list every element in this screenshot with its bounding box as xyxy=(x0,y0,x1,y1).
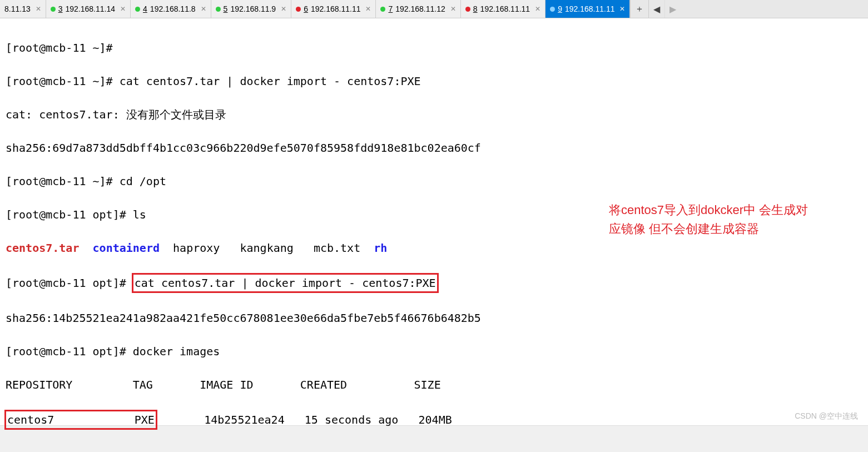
ls-dir: rh xyxy=(374,241,387,255)
tab-num: 7 xyxy=(388,4,393,13)
tab-num: 5 xyxy=(224,4,228,13)
tab-4[interactable]: 4 192.168.11.8 ✕ xyxy=(131,0,211,18)
tab-label: 8.11.13 xyxy=(4,4,31,13)
table-row-hl: centos7 PXE 14b25521ea24 15 seconds ago … xyxy=(6,410,862,430)
tab-ip: 192.168.11.9 xyxy=(230,4,276,13)
prompt-line: [root@mcb-11 ~]# xyxy=(6,39,862,56)
tab-ip: 192.168.11.8 xyxy=(150,4,196,13)
close-icon[interactable]: ✕ xyxy=(36,5,41,13)
cmd-line: [root@mcb-11 opt]# docker images xyxy=(6,343,862,360)
tab-num: 4 xyxy=(143,4,147,13)
cmd-line: [root@mcb-11 ~]# cd /opt xyxy=(6,173,862,190)
cmd-line-hl: [root@mcb-11 opt]# cat centos7.tar | doc… xyxy=(6,273,862,293)
output-line: cat: centos7.tar: 没有那个文件或目录 xyxy=(6,106,862,123)
tab-bar: 8.11.13 ✕ 3 192.168.11.14 ✕ 4 192.168.11… xyxy=(0,0,868,18)
close-icon[interactable]: ✕ xyxy=(535,5,540,13)
terminal-pane[interactable]: [root@mcb-11 ~]# [root@mcb-11 ~]# cat ce… xyxy=(0,18,868,425)
scroll-right-button[interactable]: ▶ xyxy=(664,0,681,18)
row-rest: 14b25521ea24 15 seconds ago 204MB xyxy=(157,413,452,426)
tab-num: 3 xyxy=(58,4,63,13)
tab-partial[interactable]: 8.11.13 ✕ xyxy=(0,0,46,18)
highlight-box: cat centos7.tar | docker import - centos… xyxy=(132,273,439,293)
watermark: CSDN @空中连线 xyxy=(795,410,858,422)
ls-file: centos7.tar xyxy=(6,241,79,255)
close-icon[interactable]: ✕ xyxy=(281,5,286,13)
status-dot-icon xyxy=(380,7,385,12)
ls-plain: haproxy kangkang mcb.txt xyxy=(160,241,374,255)
output-line: sha256:14b25521ea241a982aa421fe50cc67808… xyxy=(6,310,862,326)
close-icon[interactable]: ✕ xyxy=(619,5,625,13)
tab-num: 6 xyxy=(304,4,308,13)
tab-6[interactable]: 6 192.168.11.11 ✕ xyxy=(291,0,376,18)
tab-7[interactable]: 7 192.168.11.12 ✕ xyxy=(376,0,460,18)
prompt: [root@mcb-11 opt]# xyxy=(6,276,133,290)
table-header: REPOSITORY TAG IMAGE ID CREATED SIZE xyxy=(6,376,862,393)
highlight-box: centos7 PXE xyxy=(4,410,157,430)
tab-ip: 192.168.11.14 xyxy=(66,4,116,13)
status-dot-icon xyxy=(51,7,56,12)
close-icon[interactable]: ✕ xyxy=(365,5,371,13)
scroll-left-button[interactable]: ◀ xyxy=(648,0,664,18)
status-dot-icon xyxy=(296,7,301,12)
tab-num: 8 xyxy=(473,4,478,13)
tab-ip: 192.168.11.11 xyxy=(311,4,361,13)
status-dot-icon xyxy=(550,7,555,12)
tab-ip: 192.168.11.11 xyxy=(480,4,530,13)
tab-9-active[interactable]: 9 192.168.11.11 ✕ xyxy=(545,0,630,18)
tab-3[interactable]: 3 192.168.11.14 ✕ xyxy=(46,0,131,18)
ls-dir: containerd xyxy=(93,241,160,255)
cmd-line: [root@mcb-11 ~]# cat centos7.tar | docke… xyxy=(6,73,862,90)
tab-ip: 192.168.11.11 xyxy=(565,4,615,13)
annotation-text: 将centos7导入到dokcker中 会生成对应镜像 但不会创建生成容器 xyxy=(609,201,815,239)
new-tab-button[interactable]: ＋ xyxy=(630,0,648,18)
close-icon[interactable]: ✕ xyxy=(120,5,126,13)
ls-output: centos7.tar containerd haproxy kangkang … xyxy=(6,240,862,256)
tab-ip: 192.168.11.12 xyxy=(395,4,445,13)
status-dot-icon xyxy=(135,7,140,12)
output-line: sha256:69d7a873dd5dbff4b1cc03c966b220d9e… xyxy=(6,140,862,156)
close-icon[interactable]: ✕ xyxy=(201,5,206,13)
tab-5[interactable]: 5 192.168.11.9 ✕ xyxy=(211,0,292,18)
close-icon[interactable]: ✕ xyxy=(450,5,456,13)
tab-8[interactable]: 8 192.168.11.11 ✕ xyxy=(461,0,545,18)
status-dot-icon xyxy=(465,7,470,12)
tab-num: 9 xyxy=(558,4,562,13)
status-dot-icon xyxy=(216,7,221,12)
